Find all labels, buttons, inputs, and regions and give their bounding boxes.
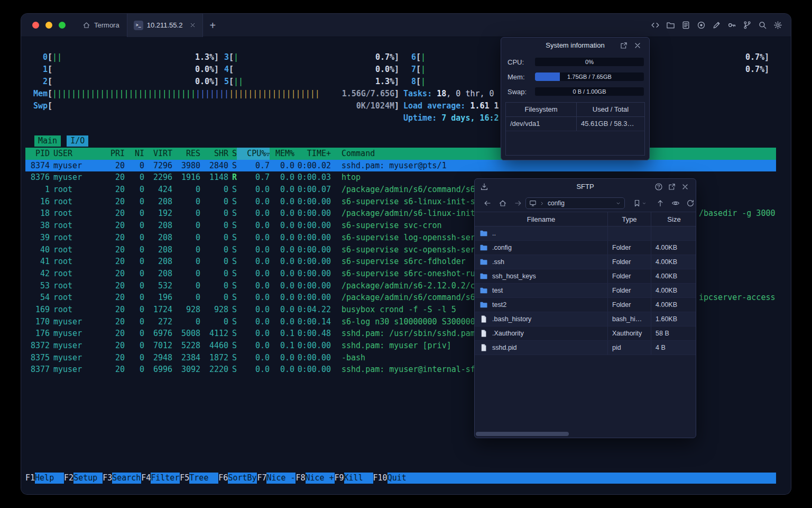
back-button[interactable]: [483, 199, 492, 207]
file-name: .config: [492, 241, 512, 255]
filesystem-row[interactable]: /dev/vda1 45.61GB / 58.3…: [506, 117, 644, 131]
file-row-.config[interactable]: .configFolder4.00KB: [475, 241, 696, 255]
new-tab-button[interactable]: +: [209, 20, 216, 31]
git-branch-icon[interactable]: [743, 21, 752, 30]
fkey-f6: F6: [218, 473, 228, 484]
bookmark-caret-icon[interactable]: [642, 201, 647, 206]
filesystem-usage: 45.61GB / 58.3…: [576, 117, 644, 131]
fkey-action-sortby[interactable]: SortBy: [228, 473, 257, 484]
parent-directory-button[interactable]: [656, 199, 665, 207]
htop-tab-main[interactable]: Main: [34, 135, 61, 147]
titlebar: Termora >_ 10.211.55.2 +: [21, 14, 791, 37]
sftp-toolbar: config: [475, 195, 696, 212]
file-type: pid: [607, 341, 651, 355]
fkey-action-search[interactable]: Search: [112, 473, 141, 484]
close-window-button[interactable]: [32, 22, 39, 29]
file-name: .ssh: [492, 255, 504, 269]
log-icon[interactable]: [681, 21, 690, 30]
search-icon[interactable]: [758, 21, 767, 30]
fkey-action-kill[interactable]: Kill: [344, 473, 373, 484]
minimize-window-button[interactable]: [45, 22, 52, 29]
refresh-button[interactable]: [686, 199, 695, 207]
fkey-action-filter[interactable]: Filter: [151, 473, 180, 484]
column-pid[interactable]: PID: [25, 148, 50, 160]
fkey-action-setup[interactable]: Setup: [73, 473, 103, 484]
column-mem[interactable]: MEM%: [270, 148, 294, 160]
fkey-action-quit[interactable]: Quit: [387, 473, 417, 484]
horizontal-scrollbar[interactable]: [476, 432, 695, 436]
scrollbar-thumb[interactable]: [476, 432, 569, 436]
column-cpu[interactable]: CPU%▽: [237, 148, 270, 160]
file-row-test[interactable]: testFolder4.00KB: [475, 284, 696, 298]
fkey-action-nice-[interactable]: Nice +: [306, 473, 335, 484]
fkey-action-nice-[interactable]: Nice -: [266, 473, 296, 484]
file-row-ssh_host_keys[interactable]: ssh_host_keysFolder4.00KB: [475, 269, 696, 284]
usage-meters: CPU:0%Mem:1.75GB / 7.65GBSwap:0 B / 1.00…: [508, 55, 644, 99]
code-icon[interactable]: [651, 21, 660, 30]
column-used-total: Used / Total: [576, 103, 644, 116]
file-row-sshd.pid[interactable]: sshd.pidpid4 B: [475, 341, 696, 355]
file-row-.Xauthority[interactable]: .XauthorityXauthority58 B: [475, 326, 696, 341]
htop-tab-i-o[interactable]: I/O: [67, 135, 88, 147]
path-input[interactable]: config: [525, 197, 625, 209]
file-icon: [479, 315, 488, 323]
close-panel-icon[interactable]: [633, 41, 642, 50]
column-time[interactable]: TIME+: [294, 148, 331, 160]
record-icon[interactable]: [697, 21, 706, 30]
home-button[interactable]: [499, 199, 507, 207]
file-row-.ssh[interactable]: .sshFolder4.00KB: [475, 255, 696, 269]
folder-icon: [479, 229, 488, 238]
column-res[interactable]: RES: [172, 148, 200, 160]
panel-header: System information: [501, 38, 649, 53]
traffic-lights: [21, 22, 75, 29]
file-row-.bash_history[interactable]: .bash_historybash_hi…1.60KB: [475, 312, 696, 326]
fkey-f2: F2: [64, 473, 73, 484]
open-in-new-window-icon[interactable]: [620, 41, 628, 50]
folder-icon: [479, 301, 488, 309]
fkey-action-help[interactable]: Help: [35, 473, 64, 484]
file-type: Folder: [607, 241, 651, 255]
column-s[interactable]: S: [228, 148, 237, 160]
close-tab-icon[interactable]: [189, 22, 196, 29]
column-ni[interactable]: NI: [125, 148, 144, 160]
settings-icon[interactable]: [773, 21, 782, 30]
file-size: 4 B: [651, 341, 697, 355]
tab-ssh-session[interactable]: >_ 10.211.55.2: [127, 14, 204, 37]
fkey-action-tree[interactable]: Tree: [189, 473, 218, 484]
zoom-window-button[interactable]: [59, 22, 66, 29]
folder-icon: [479, 258, 488, 266]
file-name: test2: [492, 298, 506, 312]
column-size[interactable]: Size: [651, 212, 697, 226]
column-type[interactable]: Type: [607, 212, 651, 226]
column-user[interactable]: USER: [50, 148, 99, 160]
close-panel-icon[interactable]: [681, 183, 689, 191]
bookmark-icon[interactable]: [633, 199, 641, 207]
column-filename[interactable]: Filename: [475, 212, 607, 226]
file-name: test: [492, 284, 503, 297]
help-icon[interactable]: [654, 183, 663, 191]
process-table-header[interactable]: PIDUSERPRINIVIRTRESSHRSCPU%▽MEM%TIME+Com…: [25, 148, 776, 160]
file-name: .bash_history: [492, 312, 531, 326]
tab-termora[interactable]: Termora: [75, 14, 127, 37]
file-size: 1.60KB: [651, 312, 697, 326]
column-shr[interactable]: SHR: [200, 148, 228, 160]
file-name: ..: [492, 226, 496, 240]
edit-icon[interactable]: [712, 21, 721, 30]
chevron-down-icon[interactable]: [615, 201, 621, 206]
file-size: 4.00KB: [651, 255, 697, 269]
show-hidden-files-button[interactable]: [671, 199, 680, 207]
current-path: config: [548, 199, 613, 207]
forward-button[interactable]: [514, 199, 522, 207]
file-type: [607, 226, 651, 240]
file-row-..[interactable]: ..: [475, 226, 696, 241]
file-row-test2[interactable]: test2Folder4.00KB: [475, 298, 696, 312]
cpu-meter-core-1: 1[0.0%]: [29, 64, 219, 76]
process-row-8374[interactable]: 8374myuser200729639802840S0.70.00:00.02s…: [25, 160, 776, 172]
column-virt[interactable]: VIRT: [144, 148, 172, 160]
key-icon[interactable]: [727, 21, 736, 30]
open-in-new-window-icon[interactable]: [668, 183, 676, 191]
column-pri[interactable]: PRI: [99, 148, 125, 160]
file-table-header[interactable]: Filename Type Size: [475, 212, 696, 226]
usage-bar: 1.75GB / 7.65GB: [535, 72, 644, 81]
folder-icon[interactable]: [666, 21, 675, 30]
